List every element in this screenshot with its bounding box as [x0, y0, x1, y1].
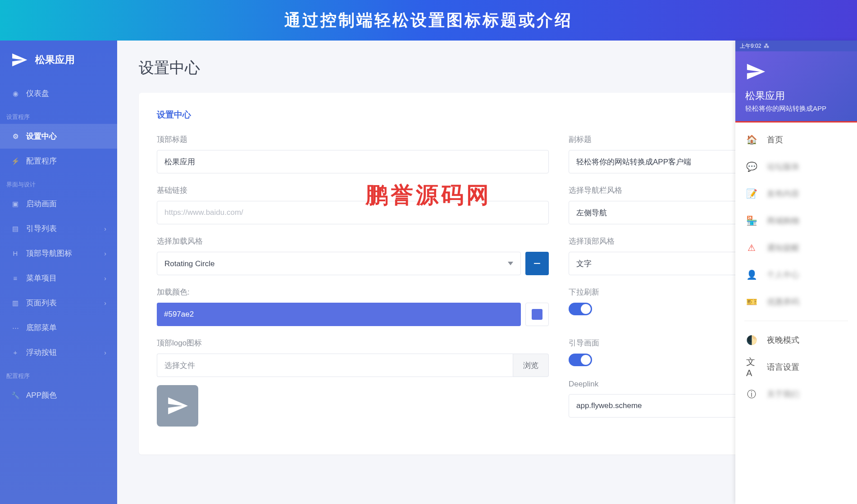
- gear-icon: ⚙: [11, 132, 20, 141]
- phone-app-subtitle: 轻松将你的网站转换成APP: [745, 104, 847, 113]
- heading-icon: H: [11, 249, 20, 258]
- phone-item-lang[interactable]: 文A语言设置: [735, 354, 857, 381]
- phone-app-title: 松果应用: [745, 89, 847, 103]
- phone-divider: [744, 321, 848, 321]
- logo-label: 顶部logo图标: [157, 338, 549, 348]
- chat-icon: 💬: [746, 161, 757, 172]
- settings-card: 设置中心 顶部标题 副标题 基础链接 选择导航栏风格: [139, 93, 835, 454]
- sidebar-item-page-list[interactable]: ▥页面列表›: [0, 291, 117, 315]
- image-icon: ▣: [11, 200, 20, 209]
- chevron-right-icon: ›: [104, 250, 106, 257]
- home-icon: 🏠: [746, 134, 757, 145]
- phone-preview: 上午9:02 ⁂ 松果应用 轻松将你的网站转换成APP 🏠首页 💬论坛版块 📝发…: [735, 41, 857, 504]
- brand-plane-icon: [11, 51, 28, 68]
- dots-icon: ⋯: [11, 323, 20, 332]
- plane-icon: [166, 395, 189, 417]
- edit-icon: 📝: [746, 188, 757, 199]
- phone-plane-icon: [745, 61, 766, 82]
- moon-icon: 🌓: [746, 335, 757, 345]
- shop-icon: 🏪: [746, 215, 757, 226]
- phone-item-2[interactable]: 💬论坛版块: [735, 153, 857, 180]
- dashboard-icon: ◉: [11, 89, 20, 98]
- bluetooth-icon: ⁂: [764, 43, 769, 49]
- load-style-label: 选择加载风格: [157, 236, 549, 246]
- list-icon: ▤: [11, 224, 20, 233]
- guide-screen-toggle[interactable]: [569, 354, 592, 366]
- color-swatch[interactable]: [525, 303, 549, 326]
- phone-menu: 🏠首页 💬论坛版块 📝发布内容 🏪商城购物 ⚠通知提醒 👤个人中心 🎫优惠券码 …: [735, 123, 857, 411]
- top-title-label: 顶部标题: [157, 134, 549, 145]
- chevron-right-icon: ›: [104, 300, 106, 307]
- ticket-icon: 🎫: [746, 296, 757, 307]
- banner-text: 通过控制端轻松设置图标标题或介绍: [284, 9, 573, 32]
- phone-item-6[interactable]: 👤个人中心: [735, 261, 857, 288]
- pages-icon: ▥: [11, 299, 20, 308]
- chevron-right-icon: ›: [104, 349, 106, 356]
- plug-icon: ⚡: [11, 157, 20, 166]
- sidebar-item-guide-list[interactable]: ▤引导列表›: [0, 216, 117, 241]
- sidebar-item-app-color[interactable]: 🔧APP颜色: [0, 383, 117, 408]
- base-link-label: 基础链接: [157, 185, 549, 195]
- sidebar-section-design: 界面与设计: [0, 173, 117, 191]
- phone-item-home[interactable]: 🏠首页: [735, 126, 857, 153]
- warn-icon: ⚠: [746, 242, 757, 253]
- load-color-label: 加载颜色:: [157, 287, 549, 297]
- phone-item-night[interactable]: 🌓夜晚模式: [735, 327, 857, 354]
- sidebar-section-config: 配置程序: [0, 365, 117, 383]
- sidebar-item-menu-items[interactable]: ≡菜单项目›: [0, 266, 117, 291]
- sidebar-item-bottom-menu[interactable]: ⋯底部菜单: [0, 315, 117, 340]
- top-banner: 通过控制端轻松设置图标标题或介绍: [0, 0, 857, 41]
- browse-button[interactable]: 浏览: [513, 354, 549, 377]
- phone-item-7[interactable]: 🎫优惠券码: [735, 288, 857, 315]
- translate-icon: 文A: [746, 362, 757, 372]
- load-color-input[interactable]: [157, 303, 521, 326]
- phone-status-bar: 上午9:02 ⁂: [735, 41, 857, 51]
- sidebar-item-float-button[interactable]: +浮动按钮›: [0, 340, 117, 365]
- load-style-select[interactable]: Rotating Circle: [157, 252, 521, 275]
- sidebar-item-settings-center[interactable]: ⚙设置中心: [0, 124, 117, 149]
- menu-icon: ≡: [11, 274, 20, 283]
- card-title: 设置中心: [157, 109, 817, 121]
- sidebar-item-dashboard[interactable]: ◉仪表盘: [0, 81, 117, 106]
- user-icon: 👤: [746, 269, 757, 280]
- logo-preview: [157, 385, 198, 427]
- phone-item-4[interactable]: 🏪商城购物: [735, 207, 857, 234]
- sidebar: 松果应用 ◉仪表盘 设置程序 ⚙设置中心 ⚡配置程序 界面与设计 ▣启动画面 ▤…: [0, 41, 117, 504]
- remove-style-button[interactable]: −: [525, 252, 549, 275]
- info-icon: ⓘ: [746, 389, 757, 400]
- brand-text: 松果应用: [35, 53, 75, 67]
- plus-icon: +: [11, 348, 20, 357]
- phone-time: 上午9:02: [740, 42, 761, 50]
- pull-refresh-toggle[interactable]: [569, 303, 592, 315]
- phone-header: 松果应用 轻松将你的网站转换成APP: [735, 51, 857, 123]
- file-input[interactable]: 选择文件: [157, 354, 513, 377]
- phone-item-5[interactable]: ⚠通知提醒: [735, 234, 857, 261]
- sidebar-item-top-nav-icons[interactable]: H顶部导航图标›: [0, 241, 117, 266]
- wrench-icon: 🔧: [11, 391, 20, 400]
- top-title-input[interactable]: [157, 150, 549, 173]
- phone-item-about[interactable]: ⓘ关于我们: [735, 381, 857, 408]
- brand: 松果应用: [0, 41, 117, 81]
- sidebar-item-splash[interactable]: ▣启动画面: [0, 191, 117, 216]
- page-title: 设置中心: [139, 58, 835, 78]
- chevron-right-icon: ›: [104, 225, 106, 232]
- sidebar-section-setup: 设置程序: [0, 106, 117, 124]
- base-link-input[interactable]: [157, 201, 549, 224]
- sidebar-item-config[interactable]: ⚡配置程序: [0, 149, 117, 173]
- chevron-right-icon: ›: [104, 275, 106, 282]
- phone-item-3[interactable]: 📝发布内容: [735, 180, 857, 207]
